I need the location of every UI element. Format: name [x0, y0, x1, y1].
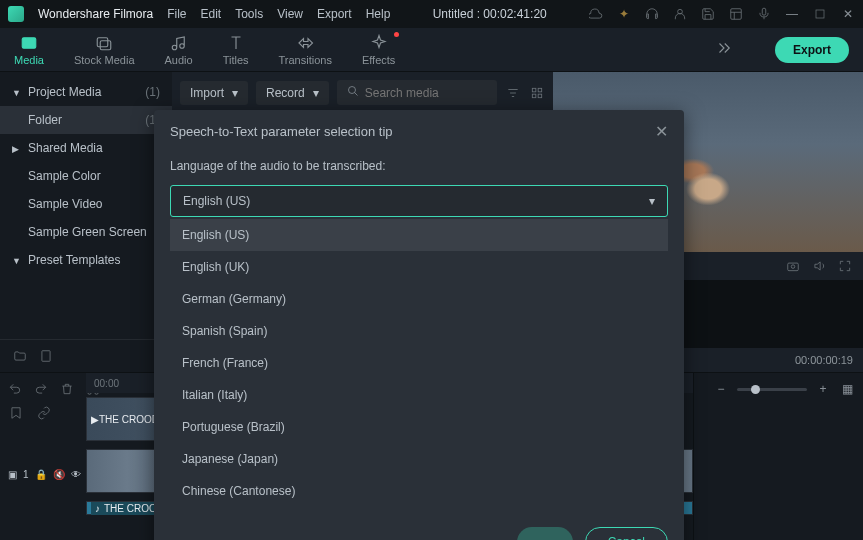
menu-file[interactable]: File [167, 7, 186, 21]
sidebar-item-sample-video[interactable]: Sample Video [0, 190, 172, 218]
titlebar: Wondershare Filmora File Edit Tools View… [0, 0, 863, 28]
svg-rect-11 [532, 94, 536, 98]
link-icon[interactable] [36, 405, 52, 421]
timeline-zoom: − + ▦ [693, 373, 863, 540]
save-icon[interactable] [701, 7, 715, 21]
lang-option[interactable]: French (France) [170, 347, 668, 379]
menu-export[interactable]: Export [317, 7, 352, 21]
svg-rect-6 [100, 40, 111, 49]
sidebar-item-project-media[interactable]: ▼Project Media(1) [0, 78, 172, 106]
svg-rect-9 [532, 88, 536, 92]
delete-icon[interactable] [60, 381, 74, 397]
zoom-in-icon[interactable]: + [815, 381, 831, 397]
zoom-slider[interactable] [737, 388, 807, 391]
lang-option[interactable]: Spanish (Spain) [170, 315, 668, 347]
cloud-icon[interactable] [589, 7, 603, 21]
chevron-down-icon: ▾ [232, 86, 238, 100]
svg-point-8 [348, 87, 355, 94]
sidebar-item-sample-color[interactable]: Sample Color [0, 162, 172, 190]
lock-icon[interactable]: 🔒 [35, 469, 47, 480]
tab-transitions[interactable]: Transitions [279, 34, 332, 66]
redo-icon[interactable] [34, 381, 48, 397]
search-icon [347, 85, 359, 100]
zoom-fit-icon[interactable]: ▦ [839, 381, 855, 397]
svg-rect-12 [538, 94, 542, 98]
language-dropdown: English (US) English (UK) German (German… [170, 219, 668, 499]
filter-icon[interactable] [505, 85, 521, 101]
headphones-icon[interactable] [645, 7, 659, 21]
project-title: Untitled : 00:02:41:20 [404, 7, 575, 21]
grid-view-icon[interactable] [529, 85, 545, 101]
cancel-button[interactable]: Cancel [585, 527, 668, 540]
modal-close-icon[interactable]: ✕ [655, 122, 668, 141]
new-icon[interactable] [38, 348, 54, 364]
media-icon [20, 34, 38, 52]
fullscreen-icon[interactable] [837, 258, 853, 274]
user-icon[interactable] [673, 7, 687, 21]
lang-option[interactable]: Japanese (Japan) [170, 443, 668, 475]
menu-edit[interactable]: Edit [201, 7, 222, 21]
svg-rect-13 [788, 263, 799, 271]
search-input[interactable] [365, 86, 487, 100]
marker-icon[interactable] [8, 405, 24, 421]
ok-button[interactable] [517, 527, 573, 540]
language-label: Language of the audio to be transcribed: [170, 159, 668, 173]
volume-icon[interactable] [811, 258, 827, 274]
mic-icon[interactable] [757, 7, 771, 21]
record-dropdown[interactable]: Record▾ [256, 81, 329, 105]
visibility-icon[interactable]: 👁 [71, 469, 81, 480]
maximize-icon[interactable] [813, 7, 827, 21]
svg-rect-1 [731, 9, 742, 20]
lang-option[interactable]: English (UK) [170, 251, 668, 283]
zoom-out-icon[interactable]: − [713, 381, 729, 397]
sidebar-item-folder[interactable]: Folder(1) [0, 106, 172, 134]
app-logo [8, 6, 24, 22]
audio-icon: ♪ [95, 503, 100, 514]
sidebar-item-sample-green-screen[interactable]: Sample Green Screen [0, 218, 172, 246]
import-dropdown[interactable]: Import▾ [180, 81, 248, 105]
close-icon[interactable]: ✕ [841, 7, 855, 21]
tab-audio[interactable]: Audio [165, 34, 193, 66]
tab-media[interactable]: Media [14, 34, 44, 66]
svg-rect-10 [538, 88, 542, 92]
svg-rect-7 [42, 351, 50, 362]
track-toggle-icon[interactable]: ▣ [8, 469, 17, 480]
sidebar-item-preset-templates[interactable]: ▼Preset Templates [0, 246, 172, 274]
tab-titles[interactable]: Titles [223, 34, 249, 66]
lang-option[interactable]: English (US) [170, 219, 668, 251]
tips-icon[interactable]: ✦ [617, 7, 631, 21]
more-tabs-icon[interactable] [715, 39, 733, 60]
export-button[interactable]: Export [775, 37, 849, 63]
chevron-down-icon: ▾ [313, 86, 319, 100]
svg-rect-3 [816, 10, 824, 18]
undo-icon[interactable] [8, 381, 22, 397]
tab-effects[interactable]: Effects [362, 34, 395, 66]
tab-stock-media[interactable]: Stock Media [74, 34, 135, 66]
layout-icon[interactable] [729, 7, 743, 21]
snapshot-icon[interactable] [785, 258, 801, 274]
menu-help[interactable]: Help [366, 7, 391, 21]
mute-icon[interactable]: 🔇 [53, 469, 65, 480]
chevron-down-icon: ▾ [649, 194, 655, 208]
lang-option[interactable]: German (Germany) [170, 283, 668, 315]
lang-option[interactable]: Italian (Italy) [170, 379, 668, 411]
sidebar-item-shared-media[interactable]: ▶Shared Media [0, 134, 172, 162]
search-media[interactable] [337, 80, 497, 105]
svg-point-14 [791, 265, 795, 269]
svg-rect-2 [762, 8, 766, 15]
new-folder-icon[interactable] [12, 348, 28, 364]
lang-option[interactable]: Portuguese (Brazil) [170, 411, 668, 443]
effects-icon [370, 34, 388, 52]
app-name: Wondershare Filmora [38, 7, 153, 21]
audio-icon [170, 34, 188, 52]
sidebar: ▼Project Media(1) Folder(1) ▶Shared Medi… [0, 72, 172, 372]
svg-rect-5 [97, 37, 108, 46]
language-select[interactable]: English (US) ▾ [170, 185, 668, 217]
menu-tools[interactable]: Tools [235, 7, 263, 21]
modal-title: Speech-to-Text parameter selection tip [170, 124, 393, 139]
menu-view[interactable]: View [277, 7, 303, 21]
preview-timecode: 00:00:00:19 [795, 354, 853, 366]
lang-option[interactable]: Chinese (Cantonese) [170, 475, 668, 499]
minimize-icon[interactable]: — [785, 7, 799, 21]
text-clip-icon: ▶ [91, 414, 99, 425]
